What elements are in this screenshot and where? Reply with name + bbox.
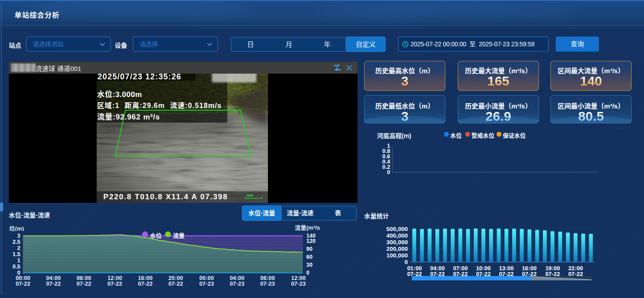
svg-text:2025/07/23 12:35:26: 2025/07/23 12:35:26	[98, 74, 181, 81]
svg-text:水位:3.000m: 水位:3.000m	[97, 90, 142, 99]
svg-text:流量:92.962 m³/s: 流量:92.962 m³/s	[97, 113, 160, 121]
svg-text:区域:1 距离:29.6m 流速:0.518m/s: 区域:1 距离:29.6m 流速:0.518m/s	[97, 101, 222, 109]
svg-text:P220.8 T010.8 X11.4 A 07.398: P220.8 T010.8 X11.4 A 07.398	[103, 193, 228, 201]
